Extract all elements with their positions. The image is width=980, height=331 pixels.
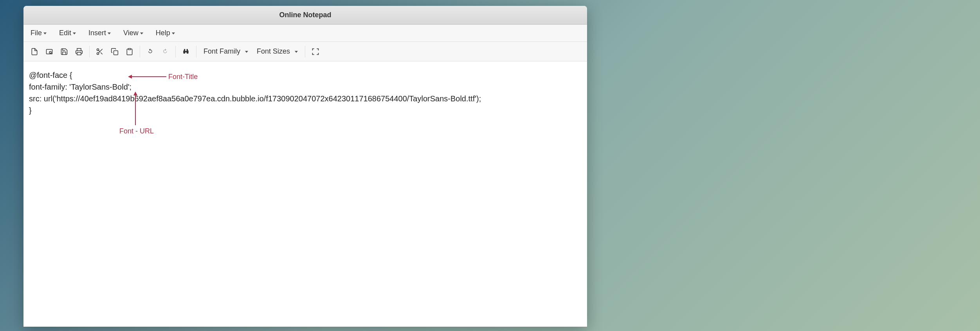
toolbar: Font Family Font Sizes: [23, 42, 587, 61]
editor-line: font-family: 'TaylorSans-Bold';: [29, 81, 582, 93]
print-button[interactable]: [72, 45, 86, 59]
paste-icon: [126, 48, 133, 56]
window-title: Online Notepad: [279, 11, 331, 19]
redo-icon: [161, 48, 169, 56]
font-family-label: Font Family: [204, 47, 240, 56]
svg-line-7: [101, 52, 103, 54]
menubar: File Edit Insert View Help: [23, 25, 587, 42]
menu-insert-label: Insert: [88, 29, 106, 37]
find-replace-button[interactable]: [179, 45, 193, 59]
caret-down-icon: [245, 51, 248, 53]
print-icon: [75, 48, 83, 56]
save-icon: [60, 48, 68, 56]
editor-line: src: url('https://40ef19ad8419b692aef8aa…: [29, 93, 582, 104]
editor-line: }: [29, 104, 582, 116]
font-sizes-dropdown[interactable]: Font Sizes: [253, 46, 302, 57]
paste-button[interactable]: [122, 45, 137, 59]
copy-button[interactable]: [108, 45, 122, 59]
font-sizes-label: Font Sizes: [257, 47, 290, 56]
caret-down-icon: [43, 32, 47, 34]
svg-line-8: [99, 50, 100, 51]
caret-down-icon: [73, 32, 76, 34]
redo-button[interactable]: [158, 45, 172, 59]
caret-down-icon: [140, 32, 143, 34]
caret-down-icon: [295, 51, 298, 53]
toolbar-separator: [140, 46, 140, 58]
cut-button[interactable]: [93, 45, 107, 59]
undo-button[interactable]: [143, 45, 157, 59]
menu-help-label: Help: [156, 29, 170, 37]
svg-rect-3: [77, 52, 81, 55]
svg-rect-14: [184, 49, 185, 50]
cut-icon: [96, 48, 104, 56]
app-window: Online Notepad File Edit Insert View Hel…: [23, 6, 587, 327]
menu-insert[interactable]: Insert: [86, 27, 113, 39]
fullscreen-icon: [312, 48, 319, 56]
new-document-icon: [31, 48, 38, 56]
menu-view[interactable]: View: [121, 27, 146, 39]
svg-point-5: [97, 52, 99, 54]
fullscreen-button[interactable]: [308, 45, 322, 59]
toolbar-separator: [175, 46, 176, 58]
svg-rect-10: [128, 48, 131, 49]
copy-icon: [111, 48, 119, 56]
new-document-button[interactable]: [27, 45, 41, 59]
titlebar: Online Notepad: [23, 6, 587, 25]
binoculars-icon: [182, 48, 190, 56]
toolbar-separator: [89, 46, 90, 58]
annotation-font-url: Font - URL: [119, 126, 154, 137]
caret-down-icon: [108, 32, 111, 34]
menu-help[interactable]: Help: [153, 27, 177, 39]
svg-rect-13: [185, 51, 187, 52]
font-family-dropdown[interactable]: Font Family: [200, 46, 252, 57]
undo-icon: [146, 48, 154, 56]
svg-rect-15: [187, 49, 188, 50]
svg-point-4: [97, 49, 99, 50]
preview-button[interactable]: [42, 45, 56, 59]
editor-area[interactable]: @font-face { font-family: 'TaylorSans-Bo…: [23, 61, 587, 327]
save-button[interactable]: [57, 45, 71, 59]
editor-line: @font-face {: [29, 69, 582, 81]
menu-view-label: View: [123, 29, 139, 37]
menu-file-label: File: [31, 29, 42, 37]
toolbar-separator: [196, 46, 196, 58]
caret-down-icon: [172, 32, 175, 34]
menu-edit[interactable]: Edit: [57, 27, 78, 39]
menu-edit-label: Edit: [59, 29, 71, 37]
svg-rect-9: [114, 50, 118, 55]
toolbar-separator: [305, 46, 305, 58]
menu-file[interactable]: File: [28, 27, 49, 39]
preview-icon: [45, 48, 53, 56]
